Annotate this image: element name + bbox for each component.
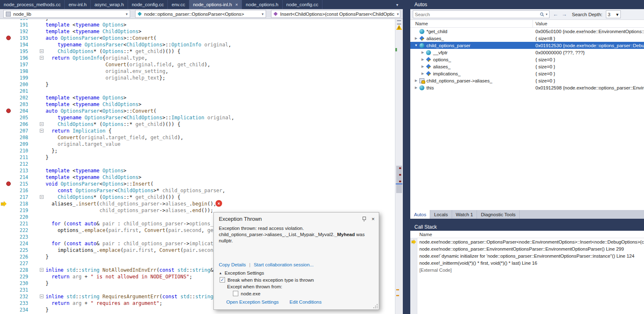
- fold-gutter[interactable]: [28, 141, 46, 147]
- callstack-frame[interactable]: [External Code]: [410, 266, 644, 273]
- code-line[interactable]: 215void OptionsParser<Options>::Insert(: [0, 181, 395, 187]
- variable-row[interactable]: ▶child_options_parser->aliases_{ size=0 …: [410, 77, 644, 84]
- close-icon[interactable]: ×: [371, 216, 375, 222]
- variable-value[interactable]: { size=0 }: [533, 64, 644, 69]
- fold-gutter[interactable]: [28, 307, 46, 313]
- fold-gutter[interactable]: [28, 108, 46, 114]
- search-next-icon[interactable]: →: [562, 12, 567, 17]
- breakpoint-gutter[interactable]: [0, 114, 13, 121]
- code-line[interactable]: 218 aliases_.insert(child_options_parser…: [0, 200, 395, 207]
- expander-icon[interactable]: ▶: [420, 65, 425, 68]
- fold-gutter[interactable]: [28, 75, 46, 81]
- search-input[interactable]: [415, 12, 538, 17]
- expander-icon[interactable]: ▶: [420, 51, 425, 54]
- code-line[interactable]: 200}: [0, 81, 395, 88]
- breakpoint-gutter[interactable]: [0, 200, 13, 207]
- autos-panel-title[interactable]: Autos: [410, 0, 644, 9]
- fold-gutter[interactable]: [28, 234, 46, 240]
- breakpoint-gutter[interactable]: [0, 307, 13, 313]
- fold-gutter[interactable]: [28, 220, 46, 227]
- breakpoint-gutter[interactable]: [0, 240, 13, 247]
- breakpoint-gutter[interactable]: [0, 300, 13, 307]
- code-line[interactable]: 212: [0, 161, 395, 167]
- breakpoint-gutter[interactable]: [0, 68, 13, 75]
- collapse-icon[interactable]: ▲: [219, 271, 222, 275]
- fold-gutter[interactable]: [28, 247, 46, 254]
- breakpoint-gutter[interactable]: [0, 207, 13, 214]
- fold-gutter[interactable]: [28, 61, 46, 68]
- fold-gutter[interactable]: [28, 22, 46, 28]
- code-line[interactable]: 211}: [0, 154, 395, 161]
- breakpoint-gutter[interactable]: [0, 28, 13, 35]
- breakpoint-gutter[interactable]: [0, 280, 13, 287]
- code-line[interactable]: 205 typename OptionsParser<ChildOptions>…: [0, 114, 395, 121]
- edit-conditions-link[interactable]: Edit Conditions: [290, 300, 322, 304]
- fold-collapse-icon[interactable]: −: [40, 49, 44, 53]
- fold-collapse-icon[interactable]: −: [40, 295, 44, 298]
- fold-gutter[interactable]: [28, 260, 46, 267]
- breakpoint-gutter[interactable]: [0, 247, 13, 254]
- fold-collapse-icon[interactable]: −: [40, 195, 44, 199]
- code-line[interactable]: 199 original.help_text};: [0, 75, 395, 81]
- file-tab[interactable]: node_process_methods.cc: [0, 0, 65, 9]
- code-line[interactable]: 214template <typename ChildOptions>: [0, 174, 395, 181]
- tool-tab-autos[interactable]: Autos: [410, 210, 430, 219]
- expander-icon[interactable]: ▶: [420, 72, 425, 75]
- fold-gutter[interactable]: [28, 88, 46, 94]
- module-checkbox[interactable]: [233, 291, 238, 296]
- breakpoint-gutter[interactable]: [0, 154, 13, 161]
- search-box[interactable]: ▾: [413, 10, 550, 18]
- breakpoint-gutter[interactable]: [0, 220, 13, 227]
- fold-collapse-icon[interactable]: −: [40, 129, 44, 133]
- tool-tab-locals[interactable]: Locals: [430, 210, 452, 219]
- variable-value[interactable]: { size=0 }: [533, 78, 644, 83]
- fold-gutter[interactable]: [28, 41, 46, 48]
- fold-gutter[interactable]: [28, 154, 46, 161]
- code-line[interactable]: 202template <typename Options>: [0, 94, 395, 101]
- fold-gutter[interactable]: [28, 68, 46, 75]
- fold-gutter[interactable]: [28, 207, 46, 214]
- search-depth-dropdown[interactable]: 3 ▾: [606, 10, 621, 18]
- code-line[interactable]: 203template <typename ChildOptions>: [0, 101, 395, 108]
- fold-gutter[interactable]: [28, 254, 46, 260]
- code-line[interactable]: 216 const OptionsParser<ChildOptions>* c…: [0, 187, 395, 194]
- breakpoint-gutter[interactable]: [0, 214, 13, 220]
- variable-row[interactable]: ▼child_options_parser0x01912530 {node.ex…: [410, 42, 644, 49]
- expander-icon[interactable]: ▼: [414, 43, 419, 47]
- chevron-down-icon[interactable]: ▾: [546, 12, 547, 16]
- fold-gutter[interactable]: [28, 187, 46, 194]
- code-line[interactable]: 195− ChildOptions* (Options::* get_child…: [0, 48, 395, 55]
- callstack-frame[interactable]: node.exe!node::options_parser::OptionsPa…: [410, 238, 644, 245]
- expander-icon[interactable]: ▶: [414, 79, 419, 82]
- breakpoint-icon[interactable]: [6, 109, 11, 113]
- fold-gutter[interactable]: −: [28, 267, 46, 273]
- breakpoint-gutter[interactable]: [0, 287, 13, 293]
- break-checkbox[interactable]: ✓: [220, 277, 225, 283]
- fold-collapse-icon[interactable]: −: [40, 268, 44, 272]
- fold-gutter[interactable]: [28, 273, 46, 280]
- collaboration-link[interactable]: Start collaboration session...: [254, 262, 313, 267]
- project-dropdown[interactable]: node_lib ▾: [3, 10, 130, 18]
- fold-gutter[interactable]: −: [28, 293, 46, 300]
- breakpoint-gutter[interactable]: [0, 273, 13, 280]
- callstack-frame[interactable]: node.exe!_initterm(void(*)() * first, vo…: [410, 259, 644, 266]
- variable-row[interactable]: ▶aliases_{ size=8 }: [410, 35, 644, 42]
- code-line[interactable]: 207− return Implication {: [0, 128, 395, 134]
- breakpoint-gutter[interactable]: [0, 88, 13, 94]
- breakpoint-gutter[interactable]: [0, 55, 13, 61]
- fold-gutter[interactable]: −: [28, 121, 46, 128]
- search-icon[interactable]: [540, 12, 544, 17]
- code-line[interactable]: 210 };: [0, 147, 395, 154]
- fold-gutter[interactable]: [28, 114, 46, 121]
- breakpoint-gutter[interactable]: [0, 174, 13, 181]
- fold-gutter[interactable]: [28, 227, 46, 234]
- fold-collapse-icon[interactable]: −: [40, 56, 44, 60]
- file-tab[interactable]: async_wrap.h: [91, 0, 128, 9]
- breakpoint-gutter[interactable]: [0, 48, 13, 55]
- breakpoint-gutter[interactable]: [0, 293, 13, 300]
- fold-gutter[interactable]: [28, 287, 46, 293]
- variable-value[interactable]: 0x005c0100 {node.exe!node::EnvironmentOp…: [533, 29, 644, 34]
- breakpoint-gutter[interactable]: [0, 81, 13, 88]
- code-line[interactable]: 213template <typename Options>: [0, 167, 395, 174]
- file-tab[interactable]: node_options-inl.h×: [189, 0, 242, 9]
